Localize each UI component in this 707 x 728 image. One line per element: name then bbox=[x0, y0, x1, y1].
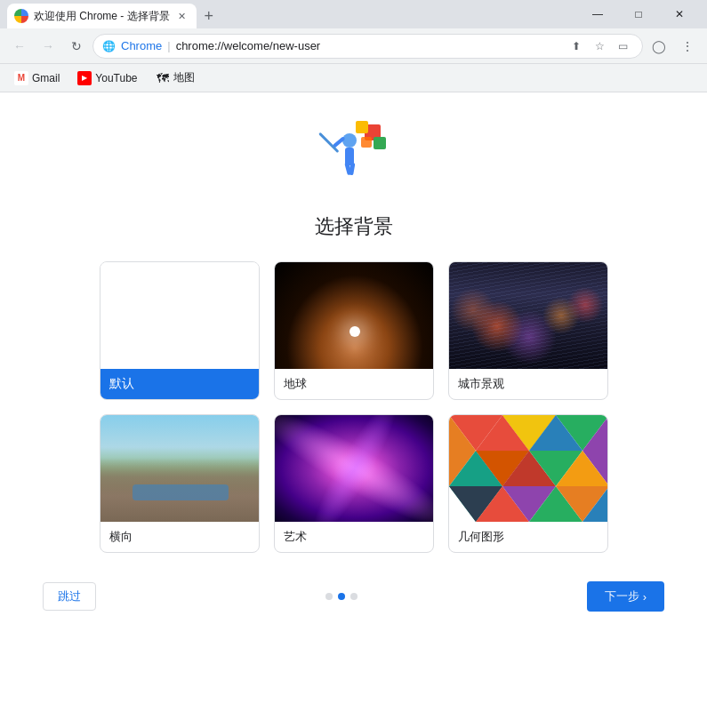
galaxy-stars bbox=[275, 415, 434, 522]
bg-label-landscape: 横向 bbox=[100, 522, 259, 552]
bg-preview-landscape bbox=[100, 415, 260, 522]
omnibox-separator: | bbox=[167, 39, 170, 52]
next-label: 下一步 bbox=[605, 588, 639, 604]
tab-close-button[interactable]: ✕ bbox=[175, 9, 189, 23]
bg-preview-geometric bbox=[449, 415, 608, 522]
omnibox[interactable]: 🌐 Chrome | chrome://welcome/new-user ⬆ ☆… bbox=[92, 34, 643, 59]
toolbar-right: ◯ ⋮ bbox=[647, 34, 700, 59]
bg-preview-earth bbox=[275, 262, 434, 369]
bg-preview-default bbox=[100, 262, 260, 369]
bookmark-gmail[interactable]: M Gmail bbox=[7, 68, 67, 89]
svg-rect-9 bbox=[361, 137, 372, 148]
hero-illustration bbox=[301, 114, 407, 203]
svg-point-0 bbox=[342, 133, 357, 148]
youtube-icon: ▶ bbox=[77, 71, 92, 85]
dot-2 bbox=[338, 593, 345, 600]
window-controls: — □ ✕ bbox=[570, 0, 707, 28]
page-title: 选择背景 bbox=[315, 213, 393, 240]
back-button[interactable]: ← bbox=[7, 34, 32, 59]
bg-label-default: 默认 bbox=[100, 369, 259, 399]
background-grid: 默认 地球 城市景观 bbox=[100, 261, 608, 553]
omnibox-url: chrome://welcome/new-user bbox=[176, 39, 321, 52]
bg-label-city: 城市景观 bbox=[449, 369, 607, 399]
maps-icon: 🗺 bbox=[156, 71, 170, 85]
omnibox-actions: ⬆ ☆ ▭ bbox=[566, 36, 633, 57]
bottom-bar: 跳过 下一步 › bbox=[14, 574, 693, 619]
bg-card-default[interactable]: 默认 bbox=[100, 261, 260, 400]
earth-glow bbox=[349, 326, 360, 337]
share-button[interactable]: ⬆ bbox=[566, 36, 587, 57]
bg-label-earth: 地球 bbox=[275, 369, 433, 399]
forward-button[interactable]: → bbox=[36, 34, 60, 59]
bookmarks-bar: M Gmail ▶ YouTube 🗺 地图 bbox=[0, 64, 707, 92]
gmail-icon: M bbox=[14, 71, 28, 85]
bookmark-button[interactable]: ☆ bbox=[589, 36, 610, 57]
maximize-button[interactable]: □ bbox=[618, 0, 659, 28]
minimize-button[interactable]: — bbox=[577, 0, 618, 28]
bg-card-geometric[interactable]: 几何图形 bbox=[448, 414, 608, 553]
profile-button[interactable]: ◯ bbox=[647, 34, 671, 59]
bookmark-maps[interactable]: 🗺 地图 bbox=[149, 68, 202, 89]
omnibox-chrome-label: Chrome bbox=[121, 39, 162, 52]
landscape-water bbox=[133, 484, 229, 500]
bg-preview-art bbox=[275, 415, 434, 522]
svg-rect-8 bbox=[374, 137, 386, 149]
maps-label: 地图 bbox=[173, 70, 195, 85]
dot-1 bbox=[325, 593, 333, 600]
bookmark-youtube[interactable]: ▶ YouTube bbox=[70, 68, 144, 89]
menu-button[interactable]: ⋮ bbox=[675, 34, 700, 59]
dot-3 bbox=[350, 593, 358, 600]
bg-preview-city bbox=[449, 262, 608, 369]
svg-rect-7 bbox=[356, 121, 368, 133]
page-dots bbox=[325, 593, 358, 600]
tab-strip: 欢迎使用 Chrome - 选择背景 ✕ + bbox=[0, 0, 570, 28]
sidebar-button[interactable]: ▭ bbox=[612, 36, 633, 57]
active-tab[interactable]: 欢迎使用 Chrome - 选择背景 ✕ bbox=[7, 4, 197, 28]
rain-overlay bbox=[449, 262, 608, 369]
titlebar: 欢迎使用 Chrome - 选择背景 ✕ + — □ ✕ bbox=[0, 0, 707, 28]
bg-card-art[interactable]: 艺术 bbox=[274, 414, 434, 553]
omnibox-secure-icon: 🌐 bbox=[102, 40, 116, 52]
next-icon: › bbox=[643, 590, 647, 604]
next-button[interactable]: 下一步 › bbox=[587, 581, 664, 612]
bg-label-geometric: 几何图形 bbox=[449, 522, 607, 552]
navbar: ← → ↻ 🌐 Chrome | chrome://welcome/new-us… bbox=[0, 28, 707, 64]
gmail-label: Gmail bbox=[32, 72, 60, 84]
tab-favicon bbox=[14, 9, 28, 23]
youtube-label: YouTube bbox=[95, 72, 137, 84]
tab-title: 欢迎使用 Chrome - 选择背景 bbox=[34, 9, 170, 24]
page-content: 选择背景 默认 地球 城市景观 bbox=[0, 92, 707, 728]
skip-button[interactable]: 跳过 bbox=[43, 582, 96, 611]
bg-card-city[interactable]: 城市景观 bbox=[448, 261, 608, 400]
bg-label-art: 艺术 bbox=[275, 522, 433, 552]
bg-card-earth[interactable]: 地球 bbox=[274, 261, 434, 400]
new-tab-button[interactable]: + bbox=[197, 4, 221, 28]
chrome-window: 欢迎使用 Chrome - 选择背景 ✕ + — □ ✕ ← → ↻ 🌐 Chr… bbox=[0, 0, 707, 728]
svg-rect-1 bbox=[345, 148, 354, 165]
bg-card-landscape[interactable]: 横向 bbox=[100, 414, 260, 553]
refresh-button[interactable]: ↻ bbox=[64, 34, 89, 59]
close-window-button[interactable]: ✕ bbox=[659, 0, 700, 28]
